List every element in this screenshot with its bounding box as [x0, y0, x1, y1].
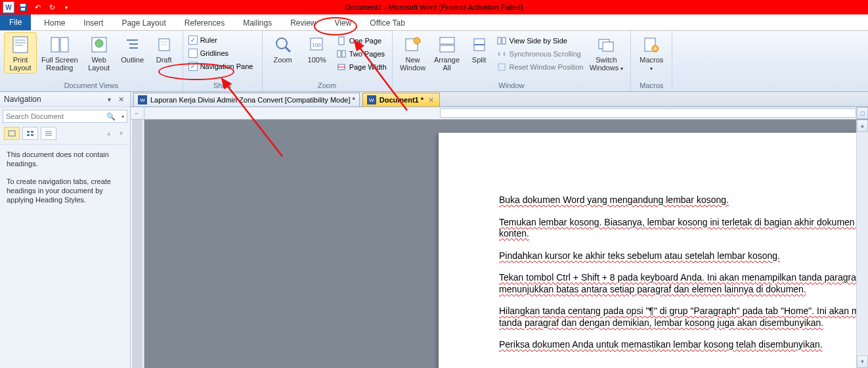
- ribbon: Print Layout Full Screen Reading Web Lay…: [0, 31, 868, 92]
- nav-next-icon[interactable]: ▼: [116, 130, 126, 137]
- svg-rect-28: [440, 37, 454, 44]
- tab-file[interactable]: File: [0, 14, 31, 30]
- svg-rect-23: [342, 51, 345, 57]
- draft-button[interactable]: Draft: [150, 32, 179, 66]
- outline-button[interactable]: Outline: [117, 32, 148, 66]
- tab-office-tab[interactable]: Office Tab: [360, 16, 414, 30]
- word-doc-icon: W: [367, 95, 376, 104]
- nav-pane-close-icon[interactable]: ✕: [116, 95, 126, 103]
- new-window-button[interactable]: New Window: [397, 32, 429, 74]
- navigation-pane-checkbox[interactable]: ✓Navigation Pane: [187, 61, 255, 72]
- search-icon[interactable]: 🔍: [103, 112, 119, 121]
- ruler-toggle-button[interactable]: ⌐: [131, 107, 144, 120]
- chevron-down-icon: ▾: [650, 66, 653, 72]
- document-tab-2[interactable]: W Document1 * ✕: [362, 93, 440, 106]
- nav-view-results-button[interactable]: [41, 127, 56, 140]
- zoom-button[interactable]: Zoom: [267, 32, 299, 66]
- qat-dropdown-icon[interactable]: ▾: [60, 2, 72, 12]
- print-layout-button[interactable]: Print Layout: [4, 32, 37, 74]
- chevron-down-icon[interactable]: ▾: [119, 114, 127, 120]
- svg-rect-4: [15, 39, 26, 41]
- two-pages-icon: [336, 49, 347, 59]
- draft-icon: [154, 34, 175, 55]
- vertical-scrollbar[interactable]: ▲ ▼: [856, 120, 868, 368]
- svg-point-27: [414, 37, 420, 44]
- window-title: Document1 - Microsoft Word (Product Acti…: [345, 3, 523, 11]
- svg-rect-36: [603, 42, 613, 51]
- zoom-icon: [272, 34, 293, 55]
- split-button[interactable]: Split: [465, 32, 494, 66]
- ruler-collapse-icon[interactable]: ▢: [857, 107, 868, 119]
- svg-rect-41: [31, 131, 33, 133]
- redo-icon[interactable]: ↻: [46, 2, 58, 12]
- web-layout-button[interactable]: Web Layout: [83, 32, 116, 74]
- ruler-checkbox[interactable]: ✓Ruler: [187, 35, 219, 45]
- word-app-icon[interactable]: W: [3, 1, 14, 13]
- nav-view-headings-button[interactable]: [4, 127, 20, 140]
- document-page[interactable]: Buka dokumen Word yang mengandung lembar…: [439, 133, 856, 368]
- arrange-all-icon: [437, 34, 458, 55]
- document-canvas[interactable]: Buka dokumen Word yang mengandung lembar…: [144, 120, 856, 368]
- group-window: New Window Arrange All Split View Side b…: [393, 31, 632, 91]
- switch-windows-icon: [596, 34, 617, 55]
- svg-rect-29: [440, 45, 454, 52]
- vertical-ruler[interactable]: [131, 120, 144, 368]
- ribbon-tabs: File Home Insert Page Layout References …: [0, 14, 868, 31]
- tab-view[interactable]: View: [326, 16, 361, 30]
- nav-search-box[interactable]: 🔍 ▾: [3, 110, 127, 123]
- nav-pane-title: Navigation: [4, 95, 41, 104]
- sync-scrolling-icon: [496, 49, 507, 59]
- one-page-button[interactable]: One Page: [335, 35, 388, 47]
- macros-icon: [641, 34, 662, 55]
- svg-rect-32: [498, 37, 501, 44]
- svg-rect-42: [27, 134, 30, 136]
- tab-references[interactable]: References: [175, 16, 234, 30]
- page-width-icon: [336, 62, 347, 72]
- scroll-up-icon[interactable]: ▲: [857, 120, 868, 132]
- web-layout-icon: [89, 34, 110, 55]
- svg-rect-5: [15, 42, 26, 43]
- sync-scrolling-button[interactable]: Synchronous Scrolling: [495, 48, 585, 60]
- nav-msg-no-headings: This document does not contain headings.: [7, 150, 123, 169]
- svg-rect-39: [9, 131, 15, 136]
- svg-point-10: [95, 39, 103, 47]
- switch-windows-button[interactable]: Switch Windows ▾: [586, 32, 627, 74]
- nav-view-pages-button[interactable]: [22, 127, 38, 140]
- side-by-side-icon: [496, 35, 507, 46]
- one-page-icon: [336, 35, 347, 46]
- tab-review[interactable]: Review: [281, 16, 325, 30]
- two-pages-button[interactable]: Two Pages: [335, 48, 388, 60]
- nav-prev-icon[interactable]: ▲: [104, 130, 114, 137]
- tab-home[interactable]: Home: [35, 16, 74, 30]
- word-doc-icon: W: [138, 95, 147, 104]
- zoom-100-button[interactable]: 100 100%: [301, 32, 334, 66]
- svg-rect-8: [60, 37, 68, 52]
- save-icon[interactable]: [17, 2, 29, 12]
- tab-page-layout[interactable]: Page Layout: [112, 16, 175, 30]
- full-screen-reading-button[interactable]: Full Screen Reading: [38, 32, 81, 74]
- page-width-button[interactable]: Page Width: [335, 61, 388, 73]
- horizontal-ruler[interactable]: [144, 107, 856, 120]
- workspace: Navigation ▼ ✕ 🔍 ▾ ▲ ▼ This document doe…: [0, 92, 868, 368]
- svg-text:100: 100: [312, 42, 321, 48]
- document-tab-1[interactable]: W Laporan Kerja Divisi Admin Zona Conver…: [133, 93, 360, 106]
- nav-pane-dropdown-icon[interactable]: ▼: [104, 97, 114, 103]
- group-macros: Macros▾ Macros: [631, 31, 672, 91]
- tab-insert[interactable]: Insert: [74, 16, 112, 30]
- nav-search-input[interactable]: [3, 110, 103, 122]
- view-side-by-side-button[interactable]: View Side by Side: [495, 35, 585, 47]
- reset-window-position-button[interactable]: Reset Window Position: [495, 61, 585, 73]
- chevron-down-icon: ▾: [620, 66, 623, 72]
- macros-button[interactable]: Macros▾: [635, 32, 668, 74]
- gridlines-checkbox[interactable]: Gridlines: [187, 48, 230, 58]
- svg-rect-7: [51, 37, 59, 52]
- close-tab-icon[interactable]: ✕: [427, 96, 435, 104]
- group-document-views: Print Layout Full Screen Reading Web Lay…: [0, 31, 183, 91]
- undo-icon[interactable]: ↶: [32, 2, 43, 12]
- scroll-down-icon[interactable]: ▼: [857, 356, 868, 368]
- zoom-100-icon: 100: [307, 34, 328, 55]
- outline-icon: [122, 34, 143, 55]
- arrange-all-button[interactable]: Arrange All: [431, 32, 464, 74]
- tab-mailings[interactable]: Mailings: [234, 16, 281, 30]
- print-layout-icon: [10, 34, 31, 55]
